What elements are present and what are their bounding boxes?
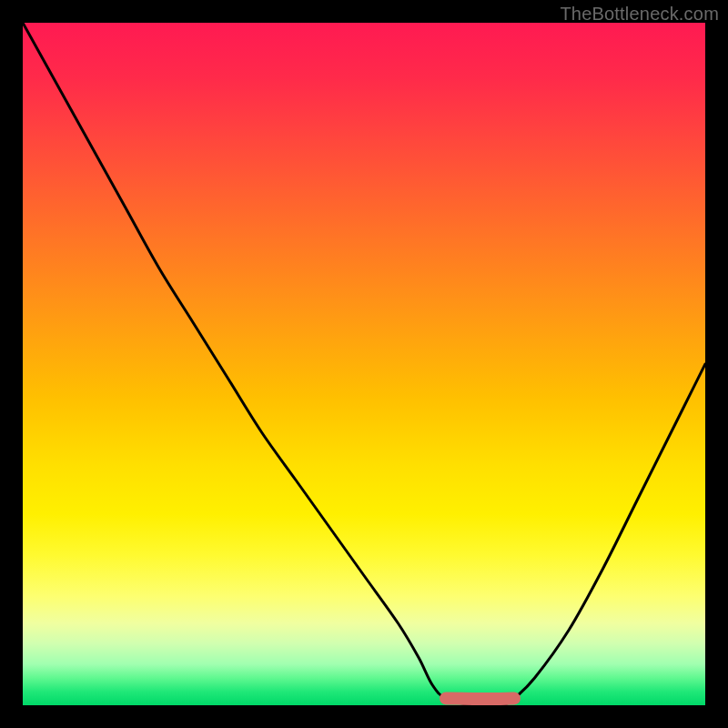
bottleneck-curve — [23, 23, 705, 705]
chart-frame: TheBottleneck.com — [0, 0, 728, 728]
watermark-text: TheBottleneck.com — [560, 4, 719, 25]
plot-area — [23, 23, 705, 705]
curve-layer — [23, 23, 705, 705]
optimal-range-marker — [446, 699, 514, 700]
